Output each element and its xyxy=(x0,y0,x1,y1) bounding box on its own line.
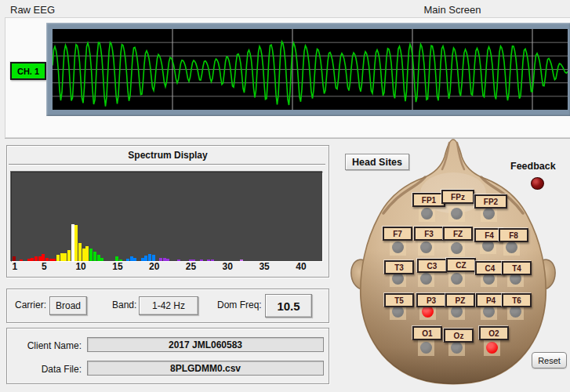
site-label-F3[interactable]: F3 xyxy=(414,227,444,241)
data-file-label: Data File: xyxy=(7,364,82,375)
domfreq-value-button[interactable]: 10.5 xyxy=(265,294,312,318)
raw-eeg-label: Raw EEG xyxy=(10,4,55,16)
client-name-field[interactable]: 2017 JML060583 xyxy=(87,337,324,352)
spectrum-tick-35: 35 xyxy=(259,261,269,272)
waveform-frame xyxy=(46,23,570,116)
site-label-T3[interactable]: T3 xyxy=(384,260,414,274)
spectrum-tick-15: 15 xyxy=(112,261,122,272)
main-screen: Raw EEG Main Screen CH. 1 Spectrum Displ… xyxy=(0,0,570,392)
electrode-dot-CZ[interactable] xyxy=(451,273,463,285)
spectrum-tick-20: 20 xyxy=(149,261,159,272)
domfreq-label: Dom Freq: xyxy=(217,299,262,310)
electrode-dot-F8[interactable] xyxy=(506,241,517,253)
carrier-value-button[interactable]: Broad xyxy=(49,296,87,315)
site-label-FPz[interactable]: FPz xyxy=(441,190,474,204)
carrier-label: Carrier: xyxy=(15,299,46,310)
site-label-P3[interactable]: P3 xyxy=(416,293,446,307)
electrode-dot-C3[interactable] xyxy=(420,273,432,285)
client-name-label: Client Name: xyxy=(7,340,82,351)
client-panel: Client Name: 2017 JML060583 Data File: 8… xyxy=(6,328,329,384)
spectrum-tick-25: 25 xyxy=(186,261,196,272)
screen-title: Main Screen xyxy=(374,4,531,16)
spectrum-tick-10: 10 xyxy=(75,261,85,272)
spectrum-panel: Spectrum Display 1510152025303540 xyxy=(6,145,329,278)
raw-eeg-panel: CH. 1 xyxy=(5,17,570,138)
site-label-FZ[interactable]: FZ xyxy=(443,227,473,241)
site-label-FP1[interactable]: FP1 xyxy=(412,193,445,207)
band-label: Band: xyxy=(112,299,136,310)
site-label-F7[interactable]: F7 xyxy=(383,227,412,241)
site-label-Oz[interactable]: Oz xyxy=(444,328,474,343)
electrode-dot-FP2[interactable] xyxy=(483,208,495,220)
data-file-field[interactable]: 8PLGDMM0.csv xyxy=(87,361,324,376)
spectrum-tick-30: 30 xyxy=(223,261,233,272)
eeg-waveform-plot xyxy=(53,29,568,110)
site-label-F8[interactable]: F8 xyxy=(499,228,528,242)
electrode-dot-Oz[interactable] xyxy=(451,342,463,354)
site-label-C3[interactable]: C3 xyxy=(417,259,447,273)
site-label-PZ[interactable]: PZ xyxy=(445,293,475,307)
carrier-panel: Carrier: Broad Band: 1-42 Hz Dom Freq: 1… xyxy=(6,289,329,323)
channel-1-button[interactable]: CH. 1 xyxy=(10,62,46,80)
spectrum-tick-40: 40 xyxy=(296,261,306,272)
electrode-dot-O1[interactable] xyxy=(420,342,432,354)
electrode-dot-FP1[interactable] xyxy=(421,208,433,220)
feedback-label: Feedback xyxy=(510,161,556,172)
head-sites-button[interactable]: Head Sites xyxy=(345,154,409,170)
electrode-dot-F3[interactable] xyxy=(420,241,432,253)
site-label-T6[interactable]: T6 xyxy=(502,293,532,307)
electrode-dot-FPz[interactable] xyxy=(451,208,463,220)
site-label-T4[interactable]: T4 xyxy=(502,261,532,275)
feedback-led-indicator xyxy=(531,177,544,190)
electrode-dot-FZ[interactable] xyxy=(451,242,463,254)
spectrum-tick-5: 5 xyxy=(42,261,47,272)
site-label-O1[interactable]: O1 xyxy=(412,326,442,340)
site-label-C4[interactable]: C4 xyxy=(475,261,505,275)
site-label-CZ[interactable]: CZ xyxy=(446,258,476,272)
spectrum-x-axis: 1510152025303540 xyxy=(11,146,321,277)
electrode-dot-O2[interactable] xyxy=(486,342,498,354)
site-label-FP2[interactable]: FP2 xyxy=(474,194,507,209)
spectrum-tick-1: 1 xyxy=(12,261,17,272)
electrode-dot-F7[interactable] xyxy=(392,241,404,253)
site-label-T5[interactable]: T5 xyxy=(384,293,414,307)
reset-button[interactable]: Reset xyxy=(532,352,567,368)
site-label-O2[interactable]: O2 xyxy=(479,326,509,340)
band-value-button[interactable]: 1-42 Hz xyxy=(139,296,198,315)
